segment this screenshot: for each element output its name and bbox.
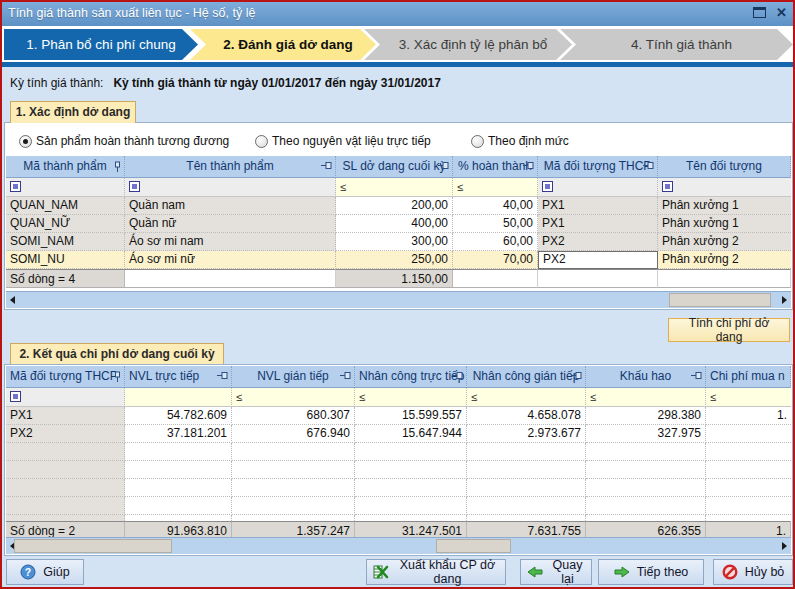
- filter-checkbox-icon[interactable]: [129, 181, 140, 192]
- filter-operator[interactable]: ≤: [590, 391, 596, 403]
- grid-cell[interactable]: 680.307: [232, 407, 355, 425]
- grid-cell[interactable]: PX1: [538, 215, 658, 233]
- cancel-button[interactable]: Hủy bỏ: [713, 559, 793, 585]
- column-header[interactable]: NVL trực tiếp: [125, 366, 232, 388]
- grid-cell[interactable]: 4.658.078: [467, 407, 586, 425]
- column-header[interactable]: Nhân công gián tiếp: [467, 366, 586, 388]
- filter-cell[interactable]: ≤: [232, 388, 355, 407]
- scroll-right-arrow-icon[interactable]: [777, 538, 791, 554]
- pin-horizontal-icon[interactable]: [217, 371, 229, 380]
- grid-cell[interactable]: Phân xưởng 1: [658, 197, 791, 215]
- column-header[interactable]: % hoàn thành: [453, 156, 538, 178]
- table1-horizontal-scrollbar[interactable]: [6, 291, 791, 308]
- grid-cell[interactable]: 15.647.944: [355, 425, 467, 443]
- table2-horizontal-scrollbar[interactable]: [6, 537, 791, 554]
- filter-cell[interactable]: [6, 388, 125, 407]
- column-header[interactable]: Mã đối tượng THCP: [6, 366, 125, 388]
- next-button[interactable]: Tiếp theo: [598, 559, 704, 585]
- radio-selected-icon[interactable]: [19, 135, 32, 148]
- column-header[interactable]: Tên thành phẩm: [125, 156, 336, 178]
- pin-horizontal-icon[interactable]: [523, 161, 535, 170]
- grid-cell[interactable]: PX2: [6, 425, 125, 443]
- scrollbar-thumb[interactable]: [436, 539, 511, 553]
- filter-checkbox-icon[interactable]: [10, 391, 21, 402]
- pin-horizontal-icon[interactable]: [452, 371, 464, 380]
- scroll-left-arrow-icon[interactable]: [6, 292, 20, 308]
- pin-vertical-icon[interactable]: [113, 161, 122, 173]
- filter-cell[interactable]: ≤: [336, 178, 453, 197]
- column-header[interactable]: Mã đối tượng THCP: [538, 156, 658, 178]
- grid-cell[interactable]: Phân xưởng 1: [658, 215, 791, 233]
- grid-cell[interactable]: Quần nữ: [125, 215, 336, 233]
- filter-operator[interactable]: ≤: [359, 391, 365, 403]
- radio-theo-nvl-truc-tiep[interactable]: Theo nguyên vật liệu trực tiếp: [255, 134, 431, 148]
- grid-cell-editing[interactable]: PX2: [538, 251, 658, 269]
- section1-tab[interactable]: 1. Xác định dở dang: [10, 101, 136, 123]
- grid-cell[interactable]: 1.: [706, 407, 791, 425]
- back-button[interactable]: Quay lại: [520, 559, 592, 585]
- grid-cell[interactable]: 2.973.677: [467, 425, 586, 443]
- grid-cell[interactable]: PX2: [538, 233, 658, 251]
- filter-cell[interactable]: [538, 178, 658, 197]
- compute-wip-cost-button[interactable]: Tính chi phí dở dang: [668, 318, 790, 342]
- export-wip-cost-button[interactable]: Xuất khẩu CP dở dang: [366, 559, 506, 585]
- column-header[interactable]: Khấu hao: [586, 366, 706, 388]
- close-icon[interactable]: ✕: [776, 6, 787, 19]
- column-header[interactable]: Chi phí mua n: [706, 366, 791, 388]
- column-header[interactable]: SL dở dang cuối kỳ: [336, 156, 453, 178]
- step-danh-gia-do-dang[interactable]: 2. Đánh giá dở dang: [190, 29, 376, 60]
- column-header[interactable]: NVL gián tiếp: [232, 366, 355, 388]
- radio-theo-dinh-muc[interactable]: Theo định mức: [471, 134, 569, 148]
- step-xac-dinh-ty-le-phan-bo[interactable]: 3. Xác định tỷ lệ phân bổ: [364, 29, 572, 60]
- grid-cell[interactable]: 400,00: [336, 215, 453, 233]
- grid-cell[interactable]: 60,00: [453, 233, 538, 251]
- scroll-right-arrow-icon[interactable]: [777, 292, 791, 308]
- grid-cell[interactable]: 54.782.609: [125, 407, 232, 425]
- grid-cell[interactable]: QUAN_NAM: [6, 197, 125, 215]
- filter-cell[interactable]: ≤: [355, 388, 467, 407]
- pin-horizontal-icon[interactable]: [321, 161, 333, 170]
- grid-cell[interactable]: Phân xưởng 2: [658, 233, 791, 251]
- grid-cell[interactable]: SOMI_NAM: [6, 233, 125, 251]
- column-header[interactable]: Nhân công trực tiếp: [355, 366, 467, 388]
- step-phan-bo-chi-phi-chung[interactable]: 1. Phân bổ chi phí chung: [4, 29, 198, 60]
- filter-cell[interactable]: [125, 388, 232, 407]
- pin-horizontal-icon[interactable]: [643, 161, 655, 170]
- filter-operator[interactable]: ≤: [710, 391, 716, 403]
- step-tinh-gia-thanh[interactable]: 4. Tính giá thành: [560, 29, 793, 60]
- pin-horizontal-icon[interactable]: [340, 371, 352, 380]
- filter-cell[interactable]: ≤: [586, 388, 706, 407]
- grid-cell[interactable]: QUAN_NỮ: [6, 215, 125, 233]
- filter-cell[interactable]: [125, 178, 336, 197]
- radio-san-pham-hoan-thanh[interactable]: Sản phẩm hoàn thành tương đương: [19, 134, 229, 148]
- grid-cell[interactable]: Phân xưởng 2: [658, 251, 791, 269]
- grid-cell[interactable]: 676.940: [232, 425, 355, 443]
- scrollbar-thumb[interactable]: [669, 293, 771, 307]
- grid-cell[interactable]: PX1: [538, 197, 658, 215]
- filter-cell[interactable]: ≤: [467, 388, 586, 407]
- radio-icon[interactable]: [255, 135, 268, 148]
- grid-cell[interactable]: 70,00: [453, 251, 538, 269]
- filter-operator[interactable]: ≤: [236, 391, 242, 403]
- grid-cell[interactable]: 300,00: [336, 233, 453, 251]
- grid-cell[interactable]: 40,00: [453, 197, 538, 215]
- filter-checkbox-icon[interactable]: [662, 181, 673, 192]
- filter-checkbox-icon[interactable]: [542, 181, 553, 192]
- grid-cell[interactable]: SOMI_NU: [6, 251, 125, 269]
- grid-cell[interactable]: PX1: [6, 407, 125, 425]
- grid-cell[interactable]: 298.380: [586, 407, 706, 425]
- radio-icon[interactable]: [471, 135, 484, 148]
- column-header[interactable]: Mã thành phẩm: [6, 156, 125, 178]
- grid-cell[interactable]: 200,00: [336, 197, 453, 215]
- pin-horizontal-icon[interactable]: [571, 371, 583, 380]
- pin-horizontal-icon[interactable]: [438, 161, 450, 170]
- pin-vertical-icon[interactable]: [113, 371, 122, 383]
- grid-cell[interactable]: 15.599.557: [355, 407, 467, 425]
- maximize-icon[interactable]: [753, 7, 766, 18]
- filter-cell[interactable]: ≤: [453, 178, 538, 197]
- pin-horizontal-icon[interactable]: [691, 371, 703, 380]
- grid-cell[interactable]: [706, 425, 791, 443]
- filter-cell[interactable]: [658, 178, 791, 197]
- grid-cell[interactable]: 327.975: [586, 425, 706, 443]
- grid-cell[interactable]: Áo sơ mi nam: [125, 233, 336, 251]
